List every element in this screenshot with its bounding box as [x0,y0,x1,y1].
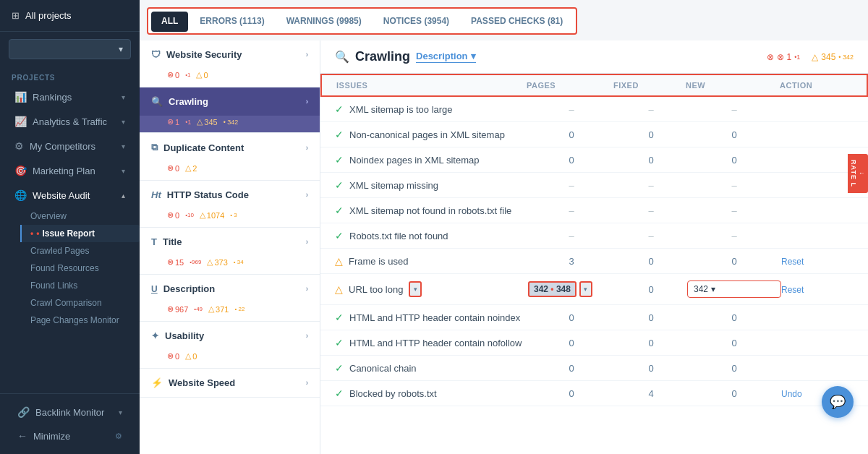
fixed-value: 0 [615,284,687,295]
header-warn-value: 345 [821,52,835,62]
copy-icon: ⧉ [151,142,158,153]
header-error-value: ⊗ 1 [777,52,791,62]
table-row: ✓ XML sitemap is too large – – – [320,97,868,122]
project-select[interactable]: ▾ [9,39,131,59]
description-header[interactable]: U Description › [140,275,320,303]
globe-icon: 🌐 [14,189,27,201]
ok-icon: ✓ [335,230,344,241]
users-icon: ⚙ [14,140,24,152]
ok-icon: ✓ [335,362,344,374]
crawling-title: Crawling [355,49,410,64]
header-error-stat: ⊗ ⊗ 1 •1 [767,52,800,62]
new-value: – [687,205,781,216]
sidebar-item-crawl-comparison[interactable]: Crawl Comparison [20,294,140,312]
chevron-icon: ▾ [119,408,122,416]
fixed-value: 0 [615,312,687,323]
new-value: 0 [687,338,781,348]
rankings-label: Rankings [33,92,72,103]
issue-cell: ✓ HTML and HTTP header contain nofollow [335,337,528,348]
chevron-down-icon: ▾ [471,51,476,61]
sidebar-item-analytics[interactable]: 📈 Analytics & Traffic ▾ [3,110,137,133]
sidebar-item-found-resources[interactable]: Found Resources [20,260,140,277]
description-dropdown[interactable]: Description ▾ [416,51,476,63]
http-status-header[interactable]: Ht HTTP Status Code › [140,181,320,209]
sidebar-item-rankings[interactable]: 📊 Rankings ▾ [3,85,137,108]
sidebar-item-page-changes[interactable]: Page Changes Monitor [20,312,140,329]
crawling-stats: ⊗ 1 •1 △ 345 • 342 [140,116,320,132]
issue-label: HTML and HTTP header contain noindex [349,312,520,323]
fixed-value: 0 [615,363,687,374]
header-warn-stat: △ 345 • 342 [812,52,854,62]
section-website-speed: ⚡ Website Speed › [140,369,320,398]
projects-section-label: PROJECTS [0,67,140,85]
issue-cell: ✓ Canonical chain [335,362,528,374]
warn-stat: △ 0 [185,351,197,361]
audit-label: Website Audit [33,190,90,201]
fixed-value: – [615,180,687,191]
warn-icon: △ [335,255,343,267]
sidebar-item-minimize[interactable]: ← Minimize ⚙ [6,424,134,447]
tab-all[interactable]: ALL [151,12,188,32]
url-too-long-dropdown[interactable]: ▾ [409,281,422,297]
fixed-value: 0 [615,338,687,348]
table-header: ISSUES PAGES FIXED NEW ACTION [320,74,868,97]
chevron-down-icon: ▾ [119,44,123,54]
crawling-header[interactable]: 🔍 Crawling › [140,87,320,116]
reset-button[interactable]: Reset [781,285,804,295]
table-row: ✓ XML sitemap missing – – – [320,173,868,198]
sidebar-item-marketing[interactable]: 🎯 Marketing Plan ▾ [3,159,137,182]
text-icon: T [151,236,157,247]
website-security-header[interactable]: 🛡 Website Security › [140,40,320,69]
rate-limit-badge[interactable]: RATE L ↓ [848,154,868,193]
chat-button[interactable]: 💬 [822,386,854,418]
search-icon: 🔍 [151,96,163,107]
sidebar-item-found-links[interactable]: Found Links [20,277,140,294]
new-dropdown[interactable]: 342 ▾ [687,280,781,298]
website-security-stats: ⊗ 0 •1 △ 0 [140,69,320,87]
title-header[interactable]: T Title › [140,228,320,256]
minimize-label: Minimize [33,431,70,442]
issue-cell: ✓ Noindex pages in XML sitemap [335,154,528,166]
section-website-security: 🛡 Website Security › ⊗ 0 •1 △ 0 [140,40,320,87]
sidebar-item-backlink[interactable]: 🔗 Backlink Monitor ▾ [6,401,134,424]
sidebar-item-overview[interactable]: Overview [20,207,140,225]
tab-warnings[interactable]: WARNINGS (9985) [276,12,372,32]
pages-value: 0 [528,312,615,323]
http-icon: Ht [151,189,161,200]
tab-passed[interactable]: PASSED CHECKS (81) [461,12,573,32]
warn-dot: • 34 [234,259,244,265]
chat-icon: 💬 [830,394,846,410]
duplicate-content-header[interactable]: ⧉ Duplicate Content › [140,133,320,162]
sidebar-item-crawled-pages[interactable]: Crawled Pages [20,242,140,260]
tab-notices[interactable]: NOTICES (3954) [373,12,459,32]
action-cell: Reset [781,256,854,267]
new-value: 0 [687,388,781,399]
ok-icon: ✓ [335,205,344,216]
fixed-value: – [615,104,687,115]
section-description: U Description › ⊗ 967 •49 △ 371 • 22 [140,275,320,322]
issue-label: Canonical chain [349,363,417,374]
error-dot: •1 [185,119,191,126]
issue-label: Robots.txt file not found [349,231,448,241]
line-chart-icon: 📈 [14,116,27,127]
sidebar-item-competitors[interactable]: ⚙ My Competitors ▾ [3,134,137,158]
usability-header[interactable]: ✦ Usability › [140,322,320,350]
section-crawling: 🔍 Crawling › ⊗ 1 •1 △ 345 • 342 [140,87,320,133]
error-stat: ⊗ 0 [167,351,179,361]
sidebar-item-audit[interactable]: 🌐 Website Audit ▴ [3,184,137,207]
ok-icon: ✓ [335,387,344,399]
panel-title-area: 🔍 Crawling Description ▾ [335,49,476,64]
website-speed-header[interactable]: ⚡ Website Speed › [140,369,320,397]
pages-value: – [528,231,615,241]
pages-dropdown[interactable]: ▾ [579,281,592,297]
sidebar-bottom: 🔗 Backlink Monitor ▾ ← Minimize ⚙ [0,393,140,454]
sidebar-item-issue-report[interactable]: • Issue Report [20,225,140,242]
ok-icon: ✓ [335,312,344,323]
reset-button[interactable]: Reset [781,257,804,267]
table-row: ✓ HTML and HTTP header contain nofollow … [320,330,868,356]
chevron-icon: ▾ [122,142,125,150]
tab-errors[interactable]: ERRORS (1113) [190,12,274,32]
error-stat: ⊗ 0 [167,210,179,220]
section-usability: ✦ Usability › ⊗ 0 △ 0 [140,322,320,369]
undo-button[interactable]: Undo [781,389,802,399]
